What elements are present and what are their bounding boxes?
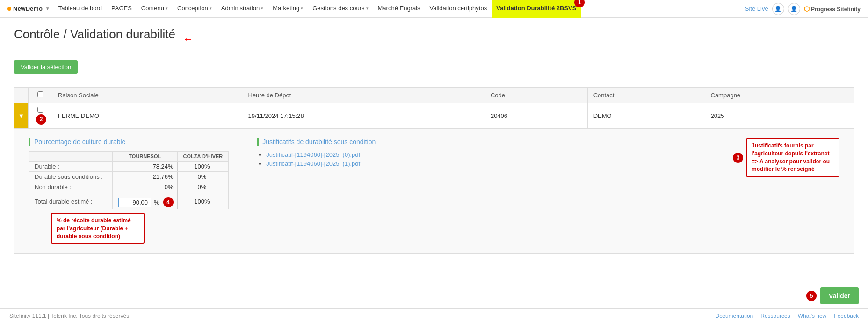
percent-sign: %: [154, 199, 159, 206]
th-checkbox: [29, 88, 52, 103]
th-contact: Contact: [587, 88, 705, 103]
valider-selection-button[interactable]: Valider la sélection: [14, 60, 78, 74]
cell-raison-sociale: FERME DEMO: [52, 103, 242, 129]
th-tournesol: TOURNESOL: [112, 152, 177, 162]
culture-row-total: Total durable estimé : % 4: [29, 192, 229, 209]
val-tournesol-non: 0%: [112, 182, 177, 192]
callout-3: Justificatifs fournis par l'agriculteur …: [746, 138, 839, 177]
justificatifs-section: Justificatifs de durabilité sous conditi…: [257, 138, 705, 244]
brand-name: NewDemo: [13, 5, 43, 12]
val-tournesol-durable: 78,24%: [112, 162, 177, 172]
annotation-badge-1: 1: [574, 0, 585, 7]
nav-gestions-cours[interactable]: Gestions des cours ▾: [308, 0, 373, 18]
val-colza-non: 0%: [177, 182, 229, 192]
culture-row-durable: Durable : 78,24% 100%: [29, 162, 229, 172]
row-checkbox-cell: 2: [29, 103, 52, 129]
site-live-link[interactable]: Site Live: [745, 5, 768, 12]
culture-header-row: TOURNESOL COLZA D'HIVER: [29, 152, 229, 162]
page-title: Contrôle / Validation durabilité: [14, 27, 175, 42]
culture-row-durable-cond: Durable sous conditions : 21,76% 0%: [29, 172, 229, 182]
th-code: Code: [485, 88, 587, 103]
nav-administration[interactable]: Administration ▾: [217, 0, 268, 18]
expanded-detail-row: Pourcentage de culture durable TOURNESOL…: [14, 129, 854, 254]
th-heure-depot: Heure de Dépot: [242, 88, 485, 103]
top-navigation: NewDemo ▼ Tableau de bord PAGES Contenu …: [0, 0, 868, 18]
val-tournesol-cond: 21,76%: [112, 172, 177, 182]
callout-4: % de récolte durable estimé par l'agricu…: [51, 213, 145, 244]
user-icon: 👤: [774, 6, 781, 12]
val-colza-cond: 0%: [177, 172, 229, 182]
list-item: Justificatif-[1194060]-[2025] (1).pdf: [266, 160, 705, 167]
justif-title-bar: [257, 138, 259, 146]
brand-caret: ▼: [45, 6, 50, 11]
annotation-badge-3: 3: [733, 153, 743, 163]
user-icon-circle[interactable]: 👤: [772, 3, 784, 15]
cell-code: 20406: [485, 103, 587, 129]
nav-tableau-de-bord[interactable]: Tableau de bord: [54, 0, 107, 18]
section-title-bar: [29, 138, 30, 146]
list-item: Justificatif-[1194060]-[2025] (0).pdf: [266, 151, 705, 158]
expanded-content-area: Pourcentage de culture durable TOURNESOL…: [14, 129, 854, 253]
brand-logo[interactable]: NewDemo ▼: [4, 5, 54, 12]
cell-contact: DEMO: [587, 103, 705, 129]
marketing-caret: ▾: [301, 6, 303, 11]
justif-file-2[interactable]: Justificatif-[1194060]-[2025] (1).pdf: [266, 160, 360, 167]
contenu-caret: ▾: [166, 6, 168, 11]
profile-icon: 👤: [790, 6, 797, 12]
nav-pages[interactable]: PAGES: [107, 0, 137, 18]
nav-validation-certiphytos[interactable]: Validation certiphytos: [425, 0, 492, 18]
culture-table: TOURNESOL COLZA D'HIVER Durable : 78,24%…: [29, 151, 229, 209]
brand-dot: [7, 7, 11, 11]
th-raison-sociale: Raison Sociale: [52, 88, 242, 103]
cell-heure-depot: 19/11/2024 17:15:28: [242, 103, 485, 129]
row-expander[interactable]: ▼: [14, 103, 29, 129]
th-colza: COLZA D'HIVER: [177, 152, 229, 162]
justif-file-1[interactable]: Justificatif-[1194060]-[2025] (0).pdf: [266, 151, 360, 158]
table-row: ▼ 2 FERME DEMO 19/11/2024 17:15:28 20406…: [14, 103, 854, 129]
justif-file-list: Justificatif-[1194060]-[2025] (0).pdf Ju…: [257, 151, 705, 167]
main-table: Raison Sociale Heure de Dépot Code Conta…: [14, 87, 854, 254]
profile-icon-circle[interactable]: 👤: [788, 3, 800, 15]
callout3-container: 3 Justificatifs fournis par l'agriculteu…: [733, 138, 839, 244]
label-total: Total durable estimé :: [29, 192, 113, 209]
conception-caret: ▾: [210, 6, 212, 11]
table-header-row: Raison Sociale Heure de Dépot Code Conta…: [14, 88, 854, 103]
justif-section-title: Justificatifs de durabilité sous conditi…: [257, 138, 705, 146]
annotation-badge-2: 2: [36, 114, 46, 125]
administration-caret: ▾: [261, 6, 263, 11]
th-campagne: Campagne: [705, 88, 854, 103]
culture-section-title: Pourcentage de culture durable: [29, 138, 229, 146]
progress-sitefinity-brand: ⬡ Progress Sitefinity: [804, 5, 861, 13]
val-colza-total: 100%: [177, 192, 229, 209]
val-tournesol-total: % 4: [112, 192, 177, 209]
nav-conception[interactable]: Conception ▾: [173, 0, 217, 18]
annotation-arrow: ←: [183, 33, 193, 45]
select-all-checkbox[interactable]: [37, 91, 43, 97]
gestions-caret: ▾: [366, 6, 369, 11]
culture-row-non-durable: Non durable : 0% 0%: [29, 182, 229, 192]
nav-right-area: Site Live 👤 👤 ⬡ Progress Sitefinity: [741, 3, 864, 15]
th-label-empty: [29, 152, 113, 162]
label-non-durable: Non durable :: [29, 182, 113, 192]
nav-validation-durabilite[interactable]: Validation Durabilité 2BSVS 1: [492, 0, 581, 18]
annotation-badge-4: 4: [163, 197, 174, 207]
nav-marketing[interactable]: Marketing ▾: [268, 0, 308, 18]
th-expander: [14, 88, 29, 103]
label-durable-cond: Durable sous conditions :: [29, 172, 113, 182]
label-durable: Durable :: [29, 162, 113, 172]
cell-campagne: 2025: [705, 103, 854, 129]
nav-marche-engrais[interactable]: Marché Engrais: [373, 0, 425, 18]
total-input-field[interactable]: [118, 198, 151, 207]
row-checkbox[interactable]: [37, 107, 43, 113]
val-colza-durable: 100%: [177, 162, 229, 172]
page-content: Contrôle / Validation durabilité ← Valid…: [0, 18, 868, 263]
nav-contenu[interactable]: Contenu ▾: [137, 0, 173, 18]
culture-durable-section: Pourcentage de culture durable TOURNESOL…: [29, 138, 229, 244]
callout4-container: % de récolte durable estimé par l'agricu…: [29, 213, 229, 244]
